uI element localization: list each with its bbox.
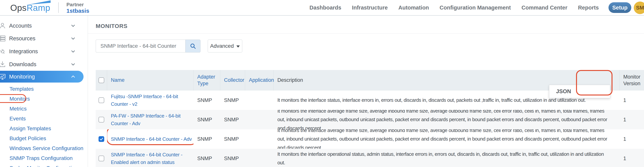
top-bar: OpsRamp Partner 1stbasis Dashboards Infr… (0, 0, 644, 16)
submenu-item-metrics[interactable]: Metrics (0, 104, 88, 114)
sidebar-item-resources[interactable]: Resources (0, 33, 84, 44)
select-all-checkbox[interactable] (98, 77, 104, 83)
nav-dashboards[interactable]: Dashboards (310, 5, 341, 11)
application-cell (245, 129, 274, 149)
table-row: SNMP Interface - 64-bit Counter - Enable… (96, 149, 644, 167)
sidebar-item-label: Accounts (9, 23, 32, 29)
submenu-item-assign-templates[interactable]: Assign Templates (0, 124, 88, 133)
description-cell: It monitors the interface average frame … (278, 129, 620, 149)
partner-name: 1stbasis (66, 8, 89, 14)
advanced-search-button[interactable]: Advanced (208, 40, 242, 53)
monitor-name-link[interactable]: SNMP Interface - 64-bit Counter - Enable… (111, 151, 192, 166)
sidebar-item-label: Monitoring (9, 74, 35, 80)
adapter-type-cell: SNMP (194, 129, 220, 149)
collector-cell: SNMP (220, 110, 245, 129)
submenu-item-windows-service-configuration[interactable]: Windows Service Configuration (0, 143, 88, 153)
monitor-name-link[interactable]: SNMP Interface - 64-bit Counter - Adv (111, 135, 192, 143)
monitors-table: Name Adapter Type Collector Application … (96, 70, 644, 167)
sidebar-item-label: Downloads (9, 61, 36, 68)
submenu-item-snmp-traps-configuration[interactable]: SNMP Traps Configuration (0, 153, 88, 163)
adapter-type-cell: SNMP (194, 110, 220, 129)
submenu-item-syslog-monitor-configuration[interactable]: Syslog Monitor Configuration (0, 163, 88, 167)
logo-text-ops: Ops (10, 3, 26, 13)
opsramp-logo: OpsRamp (10, 3, 50, 13)
row-checkbox-checked[interactable] (98, 136, 104, 142)
column-header-name[interactable]: Name (107, 70, 194, 91)
nav-command-center[interactable]: Command Center (522, 5, 568, 11)
chevron-down-icon (71, 23, 76, 28)
column-header-collector[interactable]: Collector (220, 70, 245, 91)
export-menu-item-json[interactable]: JSON (556, 88, 571, 95)
sidebar: Accounts Resources Integrations (0, 16, 88, 167)
partner-label: Partner (66, 2, 89, 8)
column-header-application[interactable]: Application (245, 70, 274, 91)
submenu-item-events[interactable]: Events (0, 114, 88, 124)
nav-automation[interactable]: Automation (398, 5, 429, 11)
sidebar-item-label: Integrations (9, 48, 38, 55)
sidebar-item-integrations[interactable]: Integrations (0, 46, 84, 57)
adapter-type-cell: SNMP (194, 149, 220, 167)
server-icon (0, 35, 6, 42)
monitor-name-link[interactable]: Fujitsu -SNMP Interface - 64-bit Counter… (111, 93, 192, 108)
chevron-down-icon (71, 49, 76, 54)
page-title: MONITORS (96, 23, 128, 29)
setup-button[interactable]: Setup (608, 2, 631, 13)
export-dropdown-menu: JSON (549, 85, 610, 98)
table-row-selected: SNMP Interface - 64-bit Counter - Adv SN… (96, 129, 644, 149)
description-cell: It monitors the interface operational st… (278, 150, 620, 167)
row-checkbox[interactable] (98, 97, 104, 103)
search-bar: Advanced (96, 40, 242, 53)
submenu-item-templates[interactable]: Templates (0, 84, 88, 94)
select-all-cell (96, 70, 107, 91)
plug-icon (0, 48, 6, 55)
collector-cell: SNMP (220, 129, 245, 149)
title-divider (88, 33, 644, 34)
partner-block: Partner 1stbasis (66, 2, 89, 14)
main-content: MONITORS Advanced 13 Items Found, Displa… (88, 16, 644, 167)
table-row: PA-FW - SNMP Interface - 64-bit Counter … (96, 110, 644, 129)
collector-cell: SNMP (220, 91, 245, 110)
monitor-version-cell: 1 (620, 110, 644, 129)
logo-divider (58, 2, 59, 13)
sidebar-item-downloads[interactable]: Downloads (0, 58, 84, 70)
logo-text-ramp: Ramp (26, 3, 50, 13)
advanced-label: Advanced (210, 43, 234, 49)
monitor-version-cell: 1 (620, 149, 644, 167)
adapter-type-cell: SNMP (194, 91, 220, 110)
monitoring-icon (0, 73, 6, 80)
application-cell (245, 149, 274, 167)
sidebar-item-monitoring[interactable]: Monitoring (0, 71, 84, 83)
row-checkbox[interactable] (98, 155, 104, 161)
user-icon (0, 22, 6, 29)
nav-configuration-management[interactable]: Configuration Management (440, 5, 511, 11)
nav-reports[interactable]: Reports (578, 5, 599, 11)
caret-down-icon (236, 46, 240, 48)
monitoring-submenu: Templates Monitors Metrics Events Assign… (0, 84, 88, 167)
chevron-down-icon (71, 62, 76, 67)
collector-cell: SNMP (220, 149, 245, 167)
monitor-version-cell: 1 (620, 91, 644, 110)
submenu-item-monitors[interactable]: Monitors (0, 94, 88, 104)
description-cell: It monitors the interface average frame … (278, 110, 620, 129)
download-icon (0, 61, 6, 68)
user-avatar[interactable]: SM (634, 2, 644, 14)
row-checkbox[interactable] (98, 117, 104, 122)
application-cell (245, 110, 274, 129)
application-cell (245, 91, 274, 110)
nav-infrastructure[interactable]: Infrastructure (352, 5, 388, 11)
submenu-item-budget-policies[interactable]: Budget Policies (0, 133, 88, 143)
chevron-down-icon (71, 36, 76, 41)
monitor-name-link[interactable]: PA-FW - SNMP Interface - 64-bit Counter … (111, 112, 192, 127)
sidebar-item-label: Resources (9, 35, 36, 42)
chevron-up-icon (71, 74, 76, 79)
search-input[interactable] (96, 40, 185, 53)
monitor-version-cell: 1 (620, 129, 644, 149)
search-button[interactable] (185, 40, 200, 53)
sidebar-item-accounts[interactable]: Accounts (0, 20, 84, 32)
search-icon (190, 43, 196, 49)
column-header-adapter-type[interactable]: Adapter Type (194, 70, 220, 91)
column-header-monitor-version: Monitor Version (620, 70, 644, 91)
main-nav: Dashboards Infrastructure Automation Con… (310, 0, 599, 15)
